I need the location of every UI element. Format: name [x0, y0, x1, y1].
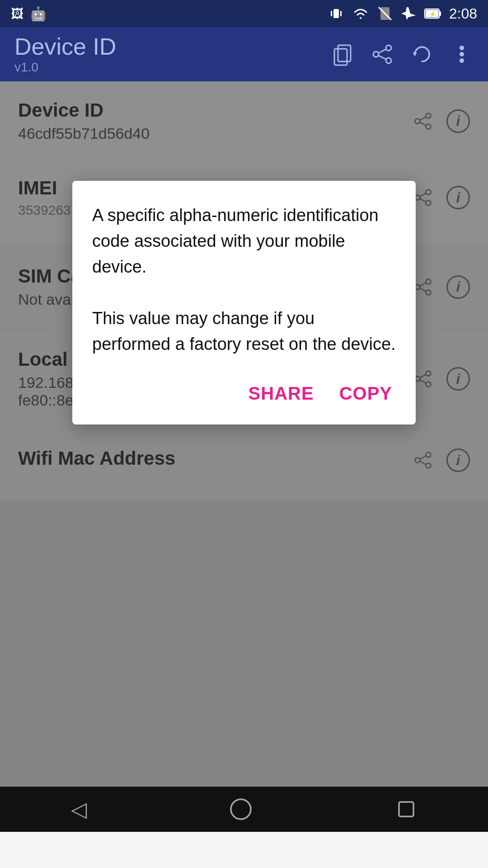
main-content: Device ID 46cdf55b71d56d40 i IMEI 353926… [0, 81, 488, 832]
battery-icon: ⚡ [424, 5, 442, 22]
copy-button-dialog[interactable]: COPY [336, 379, 396, 408]
app-version: v1.0 [14, 60, 331, 75]
dialog-overlay: A specific alpha-numeric identification … [0, 81, 488, 832]
svg-line-14 [379, 49, 386, 53]
wifi-icon [352, 5, 370, 22]
svg-rect-6 [439, 11, 441, 16]
share-button[interactable] [371, 42, 394, 66]
status-time: 2:08 [449, 5, 477, 22]
dialog-text-1: A specific alpha-numeric identification … [92, 203, 396, 357]
image-icon: 🖼 [11, 6, 23, 21]
svg-point-11 [386, 45, 391, 51]
svg-point-16 [460, 46, 464, 50]
svg-rect-10 [334, 49, 347, 65]
svg-text:⚡: ⚡ [429, 10, 436, 18]
svg-rect-1 [331, 11, 332, 16]
more-button[interactable] [450, 42, 474, 66]
sim-off-icon [377, 5, 393, 22]
svg-point-12 [386, 58, 391, 63]
svg-point-17 [460, 52, 464, 57]
share-button-dialog[interactable]: SHARE [245, 379, 318, 408]
status-bar: 🖼 🤖 ⚡ 2:08 [0, 0, 488, 27]
refresh-button[interactable] [410, 42, 434, 66]
dialog-actions: SHARE COPY [92, 375, 396, 408]
svg-rect-0 [333, 9, 339, 18]
vibrate-icon [328, 5, 344, 22]
svg-line-15 [379, 56, 386, 59]
status-bar-right-icons: ⚡ 2:08 [328, 5, 477, 22]
app-bar-title-section: Device ID v1.0 [14, 34, 331, 74]
status-bar-left-icons: 🖼 🤖 [11, 6, 47, 22]
info-dialog: A specific alpha-numeric identification … [72, 181, 416, 425]
svg-point-13 [373, 52, 379, 57]
app-bar-actions [331, 42, 474, 66]
app-title: Device ID [14, 34, 331, 60]
airplane-icon [400, 5, 417, 22]
svg-point-18 [460, 58, 464, 63]
app-bar: Device ID v1.0 [0, 27, 488, 81]
copy-button[interactable] [331, 42, 354, 66]
android-icon: 🤖 [30, 6, 47, 22]
svg-rect-9 [338, 45, 351, 61]
svg-rect-2 [340, 11, 342, 16]
